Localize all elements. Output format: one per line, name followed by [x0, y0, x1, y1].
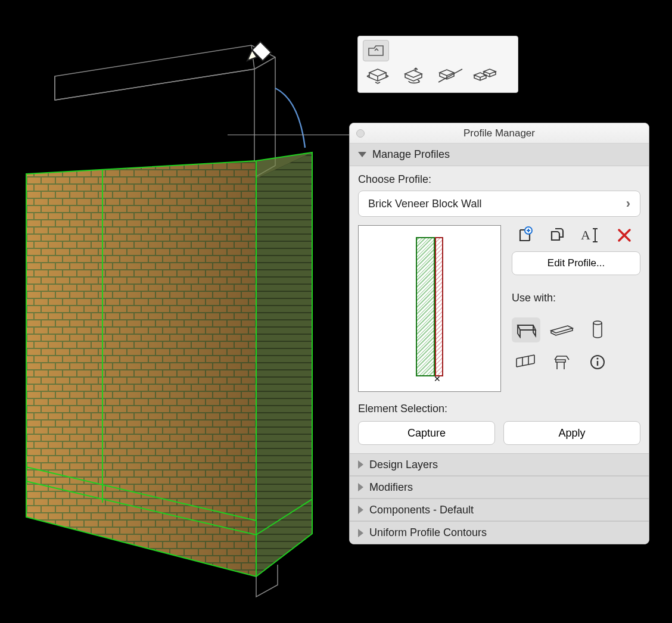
- section-modifiers[interactable]: Modifiers: [350, 476, 649, 499]
- section-label: Uniform Profile Contours: [369, 527, 487, 539]
- section-design-layers[interactable]: Design Layers: [350, 453, 649, 476]
- delete-profile-button[interactable]: [614, 225, 634, 245]
- panel-title: Profile Manager: [463, 127, 535, 139]
- use-with-object[interactable]: [547, 350, 576, 375]
- panel-titlebar[interactable]: Profile Manager: [350, 123, 649, 144]
- profile-preview: ✕: [358, 225, 501, 392]
- use-with-info[interactable]: [583, 350, 612, 375]
- section-contours[interactable]: Uniform Profile Contours: [350, 521, 649, 544]
- use-with-wall[interactable]: [512, 317, 540, 342]
- section-label: Manage Profiles: [372, 148, 450, 161]
- wireframe-top: [55, 45, 275, 177]
- svg-rect-12: [416, 238, 434, 376]
- choose-profile-label: Choose Profile:: [358, 173, 640, 186]
- disclosure-triangle-icon: [358, 529, 363, 537]
- disclosure-triangle-icon: [358, 460, 363, 469]
- section-label: Components - Default: [369, 504, 474, 516]
- model-viewport[interactable]: [19, 41, 341, 612]
- callout-line: [228, 135, 353, 135]
- move-3d-icon[interactable]: [364, 65, 394, 86]
- section-components[interactable]: Components - Default: [350, 499, 649, 521]
- svg-rect-13: [435, 238, 443, 376]
- manage-profiles-body: Choose Profile: Brick Veneer Block Wall …: [350, 166, 649, 453]
- svg-text:A: A: [581, 228, 590, 242]
- disclosure-triangle-icon: [358, 506, 363, 514]
- connector-arc: [275, 88, 305, 148]
- element-selection-label: Element Selection:: [358, 403, 640, 415]
- section-manage-profiles[interactable]: Manage Profiles: [350, 144, 649, 166]
- disclosure-triangle-icon: [358, 152, 366, 157]
- section-label: Modifiers: [369, 481, 413, 494]
- multiply-3d-icon[interactable]: [471, 65, 501, 86]
- profile-name: Brick Veneer Block Wall: [368, 198, 481, 210]
- close-window-dot[interactable]: [356, 129, 365, 138]
- section-label: Design Layers: [369, 459, 438, 471]
- palette-folder-button[interactable]: [363, 40, 389, 61]
- capture-button[interactable]: Capture: [358, 421, 495, 445]
- rotate-3d-icon[interactable]: [400, 65, 430, 86]
- wall-side: [256, 152, 312, 577]
- new-profile-button[interactable]: [514, 225, 534, 245]
- use-with-beam[interactable]: [547, 317, 576, 342]
- disclosure-triangle-icon: [358, 483, 363, 491]
- use-with-label: Use with:: [512, 292, 640, 304]
- pet-palette: [357, 36, 518, 93]
- chevron-right-icon: ›: [626, 196, 630, 211]
- use-with-column[interactable]: [583, 317, 612, 342]
- rename-profile-button[interactable]: A: [581, 225, 601, 245]
- apply-button[interactable]: Apply: [503, 421, 640, 445]
- mirror-3d-icon[interactable]: [435, 65, 465, 86]
- svg-point-17: [593, 321, 602, 325]
- edit-profile-button[interactable]: Edit Profile...: [512, 251, 640, 275]
- profile-dropdown[interactable]: Brick Veneer Block Wall ›: [358, 191, 640, 217]
- use-with-railing[interactable]: [512, 350, 540, 375]
- svg-text:✕: ✕: [434, 374, 441, 383]
- profile-manager-panel: Profile Manager Manage Profiles Choose P…: [349, 123, 649, 544]
- duplicate-profile-button[interactable]: [547, 225, 568, 245]
- svg-point-19: [596, 357, 598, 359]
- pencil-cursor-icon: [247, 42, 271, 61]
